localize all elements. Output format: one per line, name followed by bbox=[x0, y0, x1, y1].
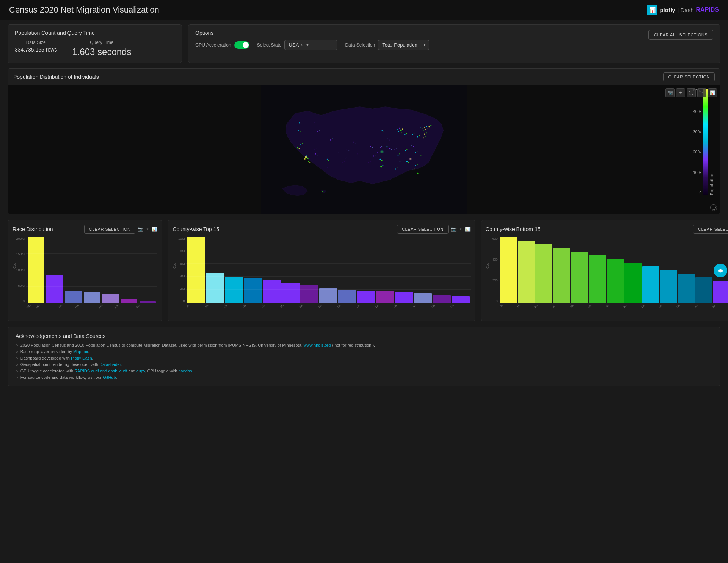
bottom15-clear-button[interactable]: CLEAR SELECTION bbox=[693, 225, 728, 234]
state-select[interactable]: USA × ▼ bbox=[284, 40, 337, 50]
top15-clear-button[interactable]: CLEAR SELECTION bbox=[397, 225, 449, 234]
svg-point-109 bbox=[309, 162, 310, 163]
map-info-icon[interactable]: ⓘ bbox=[710, 204, 717, 211]
svg-point-87 bbox=[417, 152, 417, 152]
svg-point-6 bbox=[424, 127, 425, 128]
top15-label-middlesex-county: Middlesex County bbox=[431, 305, 452, 314]
race-y-0: 0 bbox=[13, 299, 25, 303]
map-home-icon[interactable]: ⌂ bbox=[697, 88, 706, 97]
race-camera-icon[interactable]: 📷 bbox=[138, 227, 143, 232]
bottom15-label-esmeralda-county: Esmeralda County bbox=[534, 305, 554, 314]
svg-point-105 bbox=[332, 139, 333, 139]
ack-text-1: 2020 Population Census and 2010 Populati… bbox=[20, 343, 375, 347]
svg-point-67 bbox=[300, 131, 301, 132]
svg-point-100 bbox=[377, 152, 378, 153]
top15-chart-icon[interactable]: 📊 bbox=[465, 227, 471, 232]
bottom15-bar-esmeralda-county bbox=[535, 237, 552, 303]
top15-bar-clark-county bbox=[338, 237, 356, 303]
top15-chart-header: County-wise Top 15 CLEAR SELECTION 📷 ✕ 📊 bbox=[173, 225, 470, 234]
svg-point-115 bbox=[314, 122, 315, 123]
top15-label-washington-county: Washington County bbox=[412, 305, 433, 314]
race-chart-icon[interactable]: 📊 bbox=[152, 227, 157, 232]
ack-link-rapids[interactable]: RAPIDS cudf and dask_cudf bbox=[74, 369, 127, 373]
svg-point-21 bbox=[307, 157, 309, 159]
map-chart-icon[interactable]: 📊 bbox=[708, 88, 717, 97]
svg-point-55 bbox=[344, 161, 345, 162]
clear-all-button[interactable]: CLEAR ALL SELECTIONS bbox=[648, 30, 713, 40]
top15-chart-tools: CLEAR SELECTION 📷 ✕ 📊 bbox=[397, 225, 471, 234]
race-bar-native bbox=[140, 237, 156, 303]
svg-point-102 bbox=[345, 158, 345, 159]
ack-link-mapbox[interactable]: Mapbox bbox=[73, 349, 88, 354]
svg-point-88 bbox=[405, 150, 406, 151]
state-clear-icon[interactable]: × bbox=[301, 43, 303, 47]
bottom15-chart-title: County-wise Bottom 15 bbox=[486, 226, 541, 232]
map-clear-button[interactable]: CLEAR SELECTION bbox=[663, 72, 715, 81]
top15-camera-icon[interactable]: 📷 bbox=[451, 227, 457, 232]
svg-point-14 bbox=[400, 130, 402, 131]
top15-chart-area: 10M 8M 6M 4M 2M 0 Los Angeles CountyOran… bbox=[173, 237, 470, 316]
svg-point-43 bbox=[348, 150, 349, 151]
map-toolbar: 📷 + ⛶ ⌂ 📊 bbox=[665, 88, 717, 97]
map-container[interactable]: 📷 + ⛶ ⌂ 📊 bbox=[8, 85, 720, 214]
svg-point-116 bbox=[322, 191, 323, 192]
svg-point-63 bbox=[301, 124, 301, 124]
top-row: Population Count and Query Time Data Siz… bbox=[8, 24, 720, 63]
nav-arrows[interactable]: ◀ ▶ bbox=[714, 264, 727, 277]
svg-point-98 bbox=[373, 156, 374, 157]
data-size-label: Data Size bbox=[15, 40, 57, 45]
race-chart-header: Race Distribution CLEAR SELECTION 📷 ✕ 📊 bbox=[13, 225, 157, 234]
legend-colorbar bbox=[703, 89, 708, 195]
svg-point-64 bbox=[297, 147, 298, 148]
header-logo: 📊 plotly | Dash RAPIDS bbox=[647, 5, 719, 15]
ack-link-github[interactable]: GitHub bbox=[103, 375, 116, 380]
svg-point-106 bbox=[300, 144, 301, 145]
bottom15-bar-sage-county bbox=[571, 237, 588, 303]
svg-point-66 bbox=[298, 130, 299, 131]
top15-y-2m: 2M bbox=[173, 287, 185, 291]
top15-label-king-county: King County bbox=[355, 305, 377, 314]
svg-point-111 bbox=[317, 155, 318, 155]
legend-label-400k: 400k bbox=[693, 109, 701, 114]
svg-point-7 bbox=[422, 128, 423, 128]
bottom15-bar-treasure-county bbox=[518, 237, 535, 303]
race-close-icon[interactable]: ✕ bbox=[146, 227, 149, 232]
svg-point-56 bbox=[325, 169, 326, 169]
svg-point-41 bbox=[366, 138, 367, 138]
ack-link-cupy[interactable]: cupy bbox=[136, 369, 145, 373]
page-title: Census 2020 Net Migration Visualization bbox=[9, 5, 159, 15]
map-zoom-icon[interactable]: + bbox=[676, 88, 685, 97]
ack-bullet-3: ○ bbox=[16, 356, 18, 360]
top15-label-miami-dade-county: Miami-Dade County bbox=[393, 305, 414, 314]
gpu-toggle[interactable] bbox=[234, 41, 249, 49]
ack-link-datashader[interactable]: Datashader bbox=[99, 362, 121, 367]
bottom15-chart-area: 600 400 200 0 Keya Paha CountyTreasure C… bbox=[486, 237, 728, 316]
svg-point-96 bbox=[415, 165, 416, 166]
top15-label-maricopa-county: Maricopa County bbox=[261, 305, 282, 314]
bottom15-label-petroleum-county: Petroleum County bbox=[712, 305, 728, 314]
race-bar-african bbox=[46, 237, 63, 303]
svg-point-32 bbox=[327, 159, 328, 160]
svg-point-34 bbox=[353, 142, 354, 143]
race-label-african: African American bbox=[35, 305, 57, 315]
ack-link-pandas[interactable]: pandas bbox=[178, 369, 192, 373]
race-label-native: Native Hawaiian bbox=[135, 305, 157, 315]
options-title: Options bbox=[195, 30, 213, 36]
map-fullscreen-icon[interactable]: ⛶ bbox=[687, 88, 696, 97]
race-clear-button[interactable]: CLEAR SELECTION bbox=[84, 225, 136, 234]
ack-bullet-5: ○ bbox=[16, 369, 18, 373]
top15-bar-jefferson-county bbox=[319, 237, 337, 303]
top15-close-icon[interactable]: ✕ bbox=[459, 227, 463, 232]
bottom15-label-borden-county: Borden County bbox=[623, 305, 643, 314]
ack-link-plotlydash[interactable]: Plotly Dash bbox=[71, 356, 92, 360]
ack-link-nhgis[interactable]: www.nhgis.org bbox=[304, 343, 331, 347]
svg-point-71 bbox=[381, 146, 382, 147]
map-camera-icon[interactable]: 📷 bbox=[665, 88, 675, 97]
data-sel-label: Data-Selection bbox=[345, 42, 375, 48]
data-sel-select[interactable]: Total Population Net Migration Race Dist… bbox=[378, 40, 429, 50]
svg-point-58 bbox=[314, 149, 315, 150]
ack-item-3: ○ Dashboard developed with Plotly Dash. bbox=[16, 356, 712, 360]
race-y-50m: 50M bbox=[13, 284, 25, 288]
legend-label-300k: 300k bbox=[693, 130, 701, 134]
svg-point-24 bbox=[380, 166, 382, 168]
